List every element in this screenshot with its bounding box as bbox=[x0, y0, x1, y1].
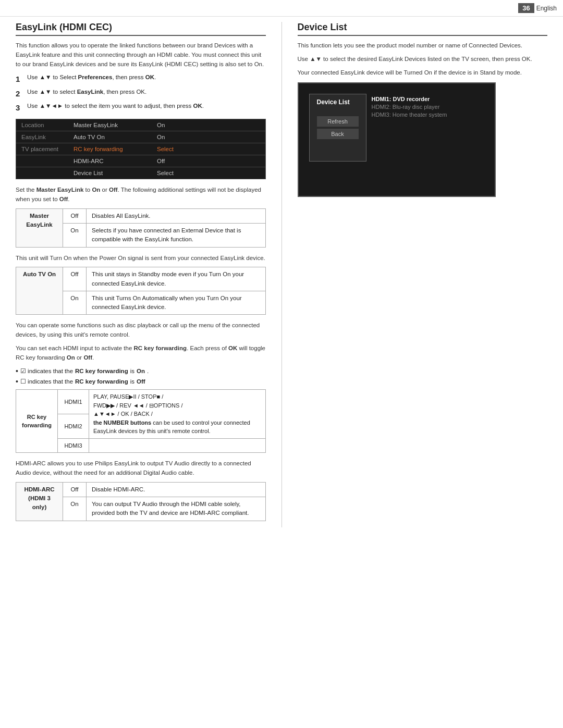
menu-loc-1: Location bbox=[16, 119, 68, 131]
master-easylink-label: MasterEasyLink bbox=[16, 208, 63, 247]
menu-loc-5 bbox=[16, 167, 68, 179]
auto-tv-on-desc: This unit Turns On Automatically when yo… bbox=[87, 291, 266, 315]
master-on-label: On bbox=[63, 224, 87, 248]
device-entry-hdmi2: HDMI2: Blu-ray disc player bbox=[372, 104, 447, 110]
page-number: 36 bbox=[518, 3, 534, 13]
left-section-title: EasyLink (HDMI CEC) bbox=[16, 22, 266, 36]
rc-label-cell: RC keyforwarding bbox=[16, 390, 58, 453]
right-intro: This function lets you see the product m… bbox=[298, 41, 548, 51]
menu-box: Location Master EasyLink On EasyLink Aut… bbox=[16, 119, 266, 179]
table-row: RC keyforwarding HDMI1 PLAY, PAUSE▶II / … bbox=[16, 390, 266, 414]
menu-item-2: Auto TV On bbox=[68, 131, 152, 143]
master-easylink-table: MasterEasyLink Off Disables All EasyLink… bbox=[16, 208, 266, 248]
device-entry-hdmi1: HDMI1: DVD recorder bbox=[372, 96, 447, 102]
master-off-label: Off bbox=[63, 208, 87, 223]
hdmi1-label: HDMI1 bbox=[58, 390, 89, 414]
arc-on-desc: You can output TV Audio through the HDMI… bbox=[87, 497, 266, 521]
menu-item-1: Master EasyLink bbox=[68, 119, 152, 131]
hdmi3-label: HDMI3 bbox=[58, 438, 89, 453]
left-intro: This function allows you to operate the … bbox=[16, 41, 266, 69]
menu-row-4: HDMI-ARC Off bbox=[16, 155, 265, 167]
step-3: 3 Use ▲▼◄► to select the item you want t… bbox=[16, 102, 266, 114]
menu-val-1: On bbox=[152, 119, 193, 131]
master-off-desc: Disables All EasyLink. bbox=[87, 208, 266, 223]
rc-bullet-1: ☑ indicates that the RC key forwarding i… bbox=[16, 367, 266, 376]
menu-val-3: Select bbox=[152, 143, 193, 155]
menu-val-2: On bbox=[152, 131, 193, 143]
table-row: HDMI-ARC(HDMI 3 only) Off Disable HDMI-A… bbox=[16, 482, 266, 497]
right-section-title: Device List bbox=[298, 22, 548, 36]
menu-item-3: RC key forwarding bbox=[68, 143, 152, 155]
table-row: Auto TV On Off This unit stays in Standb… bbox=[16, 267, 266, 291]
device-list-panel-title: Device List bbox=[317, 98, 359, 106]
menu-loc-4 bbox=[16, 155, 68, 167]
device-entry-hdmi3: HDMI3: Home theater system bbox=[372, 112, 447, 118]
right-para2: Use ▲▼ to select the desired EasyLink De… bbox=[298, 55, 548, 64]
menu-row-2: EasyLink Auto TV On On bbox=[16, 131, 265, 143]
arc-on-label: On bbox=[63, 497, 87, 521]
arc-off-desc: Disable HDMI-ARC. bbox=[87, 482, 266, 497]
arc-intro: HDMI-ARC allows you to use Philips EasyL… bbox=[16, 459, 266, 478]
menu-item-5: Device List bbox=[68, 167, 152, 179]
hdmi2-label: HDMI2 bbox=[58, 414, 89, 438]
right-column: Device List This function lets you see t… bbox=[282, 22, 548, 527]
back-button[interactable]: Back bbox=[317, 129, 359, 139]
arc-table: HDMI-ARC(HDMI 3 only) Off Disable HDMI-A… bbox=[16, 482, 266, 521]
language-label: English bbox=[536, 5, 557, 12]
master-easylink-intro: Set the Master EasyLink to On or Off. Th… bbox=[16, 186, 266, 204]
device-screen-inner: Device List Refresh Back HDMI1: DVD reco… bbox=[309, 94, 484, 162]
arc-label-cell: HDMI-ARC(HDMI 3 only) bbox=[16, 482, 63, 521]
steps-list: 1 Use ▲▼ to Select Preferences, then pre… bbox=[16, 73, 266, 114]
rc-para-2: You can set each HDMI input to activate … bbox=[16, 344, 266, 363]
menu-row-5: Device List Select bbox=[16, 167, 265, 179]
menu-val-5: Select bbox=[152, 167, 193, 179]
menu-val-4: Off bbox=[152, 155, 193, 167]
table-row: MasterEasyLink Off Disables All EasyLink… bbox=[16, 208, 266, 223]
auto-tv-on-label: On bbox=[63, 291, 87, 315]
auto-tv-off-desc: This unit stays in Standby mode even if … bbox=[87, 267, 266, 291]
master-on-desc: Selects if you have connected an Externa… bbox=[87, 224, 266, 248]
right-para3: Your connected EasyLink device will be T… bbox=[298, 68, 548, 78]
step-1: 1 Use ▲▼ to Select Preferences, then pre… bbox=[16, 73, 266, 85]
auto-tv-intro: This unit will Turn On when the Power On… bbox=[16, 254, 266, 263]
device-list-panel: Device List Refresh Back bbox=[309, 94, 366, 162]
rc-bullets: ☑ indicates that the RC key forwarding i… bbox=[16, 367, 266, 387]
menu-loc-2: EasyLink bbox=[16, 131, 68, 143]
menu-row-3: TV placement RC key forwarding Select bbox=[16, 143, 265, 155]
rc-bullet-2: ☐ indicates that the RC key forwarding i… bbox=[16, 377, 266, 386]
left-column: EasyLink (HDMI CEC) This function allows… bbox=[16, 22, 282, 527]
arc-off-label: Off bbox=[63, 482, 87, 497]
page-header: 36 English bbox=[0, 0, 563, 17]
auto-tv-off-label: Off bbox=[63, 267, 87, 291]
refresh-button[interactable]: Refresh bbox=[317, 116, 359, 127]
rc-para-1: You can operate some functions such as d… bbox=[16, 321, 266, 340]
rc-forwarding-table: RC keyforwarding HDMI1 PLAY, PAUSE▶II / … bbox=[16, 389, 266, 453]
device-entries: HDMI1: DVD recorder HDMI2: Blu-ray disc … bbox=[372, 94, 447, 162]
menu-loc-3: TV placement bbox=[16, 143, 68, 155]
auto-tv-label: Auto TV On bbox=[16, 267, 63, 315]
main-content: EasyLink (HDMI CEC) This function allows… bbox=[0, 17, 563, 538]
rc-desc: PLAY, PAUSE▶II / STOP■ /FWD▶▶ / REV ◄◄ /… bbox=[89, 390, 266, 439]
device-screen: Device List Refresh Back HDMI1: DVD reco… bbox=[298, 82, 496, 197]
auto-tv-table: Auto TV On Off This unit stays in Standb… bbox=[16, 267, 266, 315]
menu-item-4: HDMI-ARC bbox=[68, 155, 152, 167]
step-2: 2 Use ▲▼ to select EasyLink, then press … bbox=[16, 88, 266, 100]
hdmi3-desc bbox=[89, 438, 266, 453]
menu-row-1: Location Master EasyLink On bbox=[16, 119, 265, 131]
